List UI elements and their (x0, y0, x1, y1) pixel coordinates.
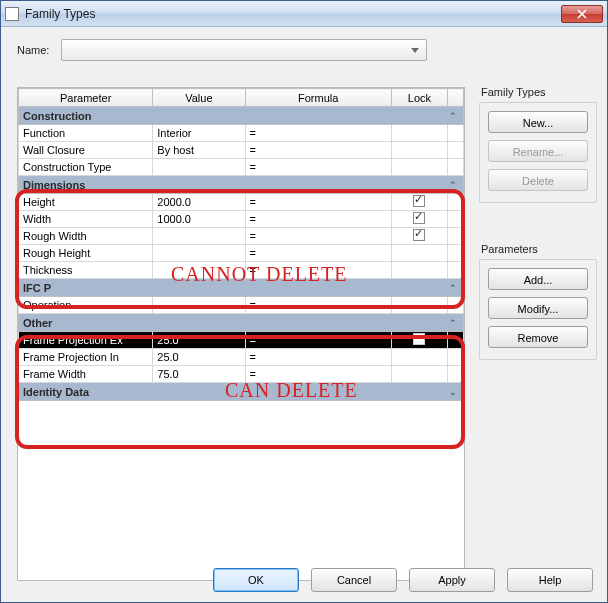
chevron-up-icon: ⌃ (449, 111, 457, 121)
cell-formula[interactable]: = (245, 245, 391, 262)
group-label: Other (23, 317, 52, 329)
cell-lock[interactable] (391, 142, 447, 159)
cell-formula[interactable]: = (245, 125, 391, 142)
lock-checkbox[interactable] (413, 195, 425, 207)
group-other[interactable]: Other⌃ (19, 314, 464, 332)
table-row[interactable]: Operation = (19, 297, 464, 314)
cell-lock[interactable] (391, 125, 447, 142)
hdr-parameter[interactable]: Parameter (19, 89, 153, 107)
group-label: IFC P (23, 282, 51, 294)
cell-value[interactable]: 25.0 (153, 349, 245, 366)
cell-value[interactable] (153, 297, 245, 314)
cell-lock[interactable] (391, 332, 447, 349)
cell-value[interactable] (153, 159, 245, 176)
cell-formula[interactable]: = (245, 297, 391, 314)
cell-formula[interactable]: = (245, 366, 391, 383)
help-button[interactable]: Help (507, 568, 593, 592)
cell-lock[interactable] (391, 349, 447, 366)
lock-checkbox[interactable] (413, 229, 425, 241)
apply-button[interactable]: Apply (409, 568, 495, 592)
cell-value[interactable] (153, 262, 245, 279)
dialog-footer: OK Cancel Apply Help (213, 568, 593, 592)
cell-param[interactable]: Construction Type (19, 159, 153, 176)
cell-param[interactable]: Height (19, 194, 153, 211)
hdr-formula[interactable]: Formula (245, 89, 391, 107)
cell-value[interactable] (153, 245, 245, 262)
table-row[interactable]: Height 2000.0 = (19, 194, 464, 211)
cell-value[interactable]: Interior (153, 125, 245, 142)
cell-param[interactable]: Frame Width (19, 366, 153, 383)
table-row-selected[interactable]: Frame Projection Ex 25.0 = (19, 332, 464, 349)
remove-parameter-button[interactable]: Remove (488, 326, 588, 348)
chevron-up-icon: ⌃ (449, 283, 457, 293)
cancel-button[interactable]: Cancel (311, 568, 397, 592)
cell-lock[interactable] (391, 245, 447, 262)
cell-param[interactable]: Rough Width (19, 228, 153, 245)
cell-formula[interactable]: = (245, 159, 391, 176)
family-types-dialog: Family Types Name: Parameter Value Formu… (0, 0, 608, 603)
cell-lock[interactable] (391, 211, 447, 228)
lock-checkbox[interactable] (413, 333, 425, 345)
window-title: Family Types (25, 7, 95, 21)
hdr-value[interactable]: Value (153, 89, 245, 107)
cell-lock[interactable] (391, 159, 447, 176)
cell-formula[interactable]: = (245, 194, 391, 211)
cell-lock[interactable] (391, 228, 447, 245)
table-row[interactable]: Rough Height = (19, 245, 464, 262)
rename-type-button[interactable]: Rename... (488, 140, 588, 162)
table-row[interactable]: Frame Projection In 25.0 = (19, 349, 464, 366)
modify-parameter-button[interactable]: Modify... (488, 297, 588, 319)
add-parameter-button[interactable]: Add... (488, 268, 588, 290)
cell-value[interactable] (153, 228, 245, 245)
table-row[interactable]: Wall Closure By host = (19, 142, 464, 159)
hdr-lock[interactable]: Lock (391, 89, 447, 107)
cell-param[interactable]: Function (19, 125, 153, 142)
hdr-gutter (447, 89, 463, 107)
close-button[interactable] (561, 5, 603, 23)
cell-value[interactable]: 25.0 (153, 332, 245, 349)
cell-formula[interactable]: = (245, 349, 391, 366)
table-row[interactable]: Rough Width = (19, 228, 464, 245)
side-label-parameters: Parameters (481, 243, 597, 255)
titlebar[interactable]: Family Types (1, 1, 607, 27)
table-row[interactable]: Function Interior = (19, 125, 464, 142)
cell-param[interactable]: Rough Height (19, 245, 153, 262)
group-identity[interactable]: Identity Data⌄ (19, 383, 464, 401)
cell-param[interactable]: Frame Projection In (19, 349, 153, 366)
new-type-button[interactable]: New... (488, 111, 588, 133)
name-dropdown[interactable] (61, 39, 427, 61)
cell-value[interactable]: 1000.0 (153, 211, 245, 228)
cell-lock[interactable] (391, 194, 447, 211)
table-row[interactable]: Construction Type = (19, 159, 464, 176)
cell-lock[interactable] (391, 366, 447, 383)
cell-value[interactable]: By host (153, 142, 245, 159)
group-dimensions[interactable]: Dimensions⌃ (19, 176, 464, 194)
group-ifc[interactable]: IFC P⌃ (19, 279, 464, 297)
chevron-up-icon: ⌃ (449, 180, 457, 190)
group-construction[interactable]: Construction⌃ (19, 107, 464, 125)
cell-param[interactable]: Frame Projection Ex (19, 332, 153, 349)
name-label: Name: (17, 44, 49, 56)
cell-param[interactable]: Operation (19, 297, 153, 314)
side-label-family-types: Family Types (481, 86, 597, 98)
cell-formula[interactable]: = (245, 332, 391, 349)
table-row[interactable]: Width 1000.0 = (19, 211, 464, 228)
cell-param[interactable]: Width (19, 211, 153, 228)
lock-checkbox[interactable] (413, 212, 425, 224)
cell-formula[interactable]: = (245, 262, 391, 279)
table-row[interactable]: Thickness = (19, 262, 464, 279)
group-label: Dimensions (23, 179, 85, 191)
cell-value[interactable]: 2000.0 (153, 194, 245, 211)
cell-formula[interactable]: = (245, 228, 391, 245)
cell-lock[interactable] (391, 262, 447, 279)
cell-formula[interactable]: = (245, 142, 391, 159)
cell-value[interactable]: 75.0 (153, 366, 245, 383)
parameters-grid[interactable]: Parameter Value Formula Lock Constructio… (17, 87, 465, 581)
cell-lock[interactable] (391, 297, 447, 314)
table-row[interactable]: Frame Width 75.0 = (19, 366, 464, 383)
ok-button[interactable]: OK (213, 568, 299, 592)
cell-param[interactable]: Thickness (19, 262, 153, 279)
cell-formula[interactable]: = (245, 211, 391, 228)
cell-param[interactable]: Wall Closure (19, 142, 153, 159)
delete-type-button[interactable]: Delete (488, 169, 588, 191)
